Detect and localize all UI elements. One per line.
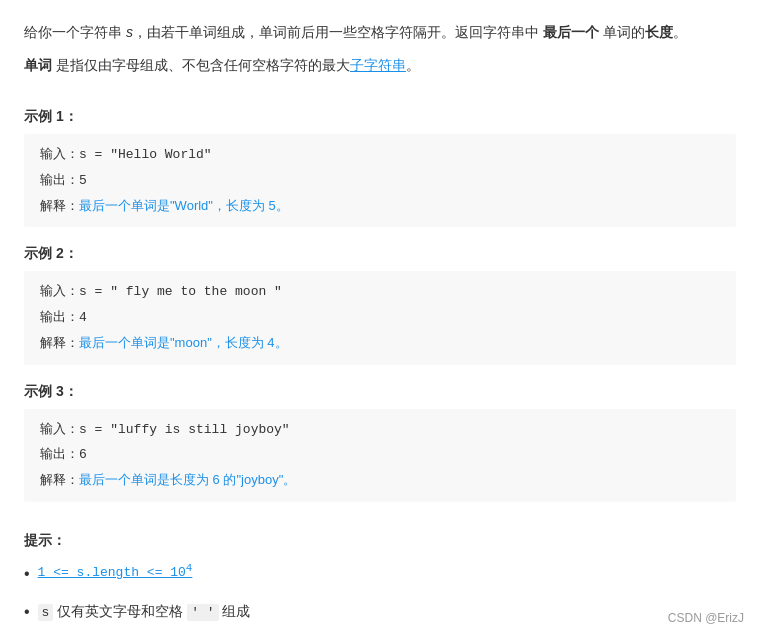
hint-item-1: • 1 <= s.length <= 104 bbox=[24, 562, 736, 586]
hint-2-space: ' ' bbox=[187, 604, 218, 621]
substring-link: 子字符串 bbox=[350, 57, 406, 73]
bold-last: 最后一个 bbox=[543, 24, 599, 40]
example-2-title: 示例 2： bbox=[24, 245, 736, 263]
hint-1-content: 1 <= s.length <= 104 bbox=[38, 562, 193, 580]
example-3-explain: 解释：最后一个单词是长度为 6 的"joyboy"。 bbox=[40, 468, 720, 494]
hint-3-content: s 中至少存在一个单词 bbox=[38, 638, 184, 641]
explain-value-1: 最后一个单词是"World"，长度为 5。 bbox=[79, 198, 289, 213]
example-1: 示例 1： 输入：s = "Hello World" 输出：5 解释：最后一个单… bbox=[24, 108, 736, 227]
example-3: 示例 3： 输入：s = "luffy is still joyboy" 输出：… bbox=[24, 383, 736, 502]
example-1-explain: 解释：最后一个单词是"World"，长度为 5。 bbox=[40, 194, 720, 220]
example-2-explain: 解释：最后一个单词是"moon"，长度为 4。 bbox=[40, 331, 720, 357]
input-value-1: s = "Hello World" bbox=[79, 147, 212, 162]
definition-line: 单词 是指仅由字母组成、不包含任何空格字符的最大子字符串。 bbox=[24, 53, 736, 78]
csdn-tag: CSDN @ErizJ bbox=[668, 611, 744, 625]
output-value-2: 4 bbox=[79, 310, 87, 325]
hints-title: 提示： bbox=[24, 532, 736, 550]
example-2-output: 输出：4 bbox=[40, 305, 720, 331]
output-label-3: 输出： bbox=[40, 446, 79, 461]
example-2-box: 输入：s = " fly me to the moon " 输出：4 解释：最后… bbox=[24, 271, 736, 364]
intro-line: 给你一个字符串 s，由若干单词组成，单词前后用一些空格字符隔开。返回字符串中 最… bbox=[24, 20, 736, 45]
example-3-output: 输出：6 bbox=[40, 442, 720, 468]
explain-value-3: 最后一个单词是长度为 6 的"joyboy"。 bbox=[79, 472, 296, 487]
explain-label-1: 解释： bbox=[40, 198, 79, 213]
input-value-3: s = "luffy is still joyboy" bbox=[79, 422, 290, 437]
explain-label-2: 解释： bbox=[40, 335, 79, 350]
output-value-1: 5 bbox=[79, 173, 87, 188]
bullet-1: • bbox=[24, 562, 30, 586]
explain-label-3: 解释： bbox=[40, 472, 79, 487]
input-label-2: 输入： bbox=[40, 283, 79, 298]
example-1-title: 示例 1： bbox=[24, 108, 736, 126]
content-wrapper: 给你一个字符串 s，由若干单词组成，单词前后用一些空格字符隔开。返回字符串中 最… bbox=[24, 20, 736, 641]
var-s: s bbox=[126, 24, 133, 40]
explain-value-2: 最后一个单词是"moon"，长度为 4。 bbox=[79, 335, 288, 350]
hint-2-s: s bbox=[38, 604, 54, 621]
hint-item-2: • s 仅有英文字母和空格 ' ' 组成 bbox=[24, 600, 736, 624]
example-1-box: 输入：s = "Hello World" 输出：5 解释：最后一个单词是"Wor… bbox=[24, 134, 736, 227]
output-label-2: 输出： bbox=[40, 309, 79, 324]
input-value-2: s = " fly me to the moon " bbox=[79, 284, 282, 299]
input-label-3: 输入： bbox=[40, 421, 79, 436]
word-bold: 单词 bbox=[24, 57, 52, 73]
example-3-title: 示例 3： bbox=[24, 383, 736, 401]
hints-section: 提示： • 1 <= s.length <= 104 • s 仅有英文字母和空格… bbox=[24, 532, 736, 641]
hint-2-content: s 仅有英文字母和空格 ' ' 组成 bbox=[38, 600, 251, 624]
bullet-2: • bbox=[24, 600, 30, 624]
output-label-1: 输出： bbox=[40, 172, 79, 187]
example-2: 示例 2： 输入：s = " fly me to the moon " 输出：4… bbox=[24, 245, 736, 364]
example-2-input: 输入：s = " fly me to the moon " bbox=[40, 279, 720, 305]
superscript-4: 4 bbox=[186, 562, 193, 574]
example-1-output: 输出：5 bbox=[40, 168, 720, 194]
input-label-1: 输入： bbox=[40, 146, 79, 161]
hint-item-3: • s 中至少存在一个单词 bbox=[24, 638, 736, 641]
example-1-input: 输入：s = "Hello World" bbox=[40, 142, 720, 168]
hint-1-text: 1 <= s.length <= 104 bbox=[38, 565, 193, 580]
example-3-box: 输入：s = "luffy is still joyboy" 输出：6 解释：最… bbox=[24, 409, 736, 502]
bullet-3: • bbox=[24, 638, 30, 641]
bold-length: 长度 bbox=[645, 24, 673, 40]
example-3-input: 输入：s = "luffy is still joyboy" bbox=[40, 417, 720, 443]
output-value-3: 6 bbox=[79, 447, 87, 462]
